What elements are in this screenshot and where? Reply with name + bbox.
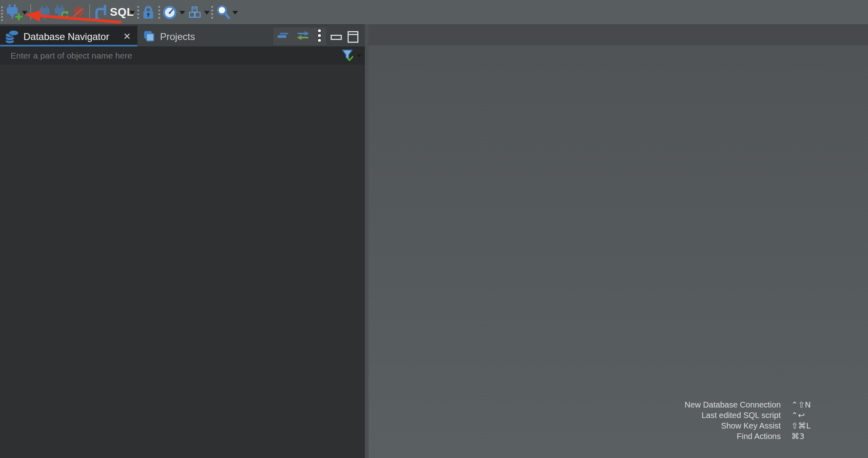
hint-row: New Database Connection ⌃⇧N xyxy=(615,400,825,410)
toolbar-separator xyxy=(211,6,213,19)
plugins-button[interactable] xyxy=(188,6,202,21)
panel-sash[interactable] xyxy=(365,24,369,458)
plug-icon xyxy=(38,6,51,20)
open-sql-editor-button[interactable]: SQL xyxy=(94,4,134,20)
disconnect-button xyxy=(71,5,85,21)
tab-database-navigator[interactable]: Database Navigator ✕ xyxy=(0,26,137,47)
plug-refresh-icon xyxy=(54,5,69,21)
hint-keys: ⇧⌘L xyxy=(791,421,825,431)
toolbar-separator xyxy=(137,6,139,19)
vertical-dots-icon xyxy=(317,29,322,43)
minimize-view-button[interactable] xyxy=(331,34,342,42)
collapse-all-button[interactable] xyxy=(277,33,289,40)
tab-label: Projects xyxy=(160,31,195,42)
hint-label: Show Key Assist xyxy=(615,421,781,431)
hint-keys: ⌃↩ xyxy=(791,410,825,420)
tab-label: Database Navigator xyxy=(23,31,109,42)
maximize-icon xyxy=(348,31,358,43)
left-view-tabstrip: Database Navigator ✕ Projects xyxy=(0,24,365,46)
database-navigator-tree[interactable] xyxy=(0,65,365,458)
new-connection-button[interactable] xyxy=(6,4,23,22)
hint-label: New Database Connection xyxy=(615,400,781,410)
new-connection-dropdown[interactable] xyxy=(22,11,27,15)
link-editor-icon xyxy=(297,31,310,40)
minimize-icon xyxy=(331,35,342,40)
main-toolbar: SQL xyxy=(0,0,868,24)
editor-area: New Database Connection ⌃⇧N Last edited … xyxy=(369,24,868,458)
sql-editor-dropdown[interactable] xyxy=(129,11,135,15)
connect-button xyxy=(38,6,51,22)
search-icon xyxy=(217,5,230,20)
toolbar-separator xyxy=(89,4,90,20)
object-filter-input[interactable] xyxy=(11,49,326,62)
boxes-icon xyxy=(188,6,202,19)
view-menu-button[interactable] xyxy=(317,29,322,44)
hint-row: Find Actions ⌘3 xyxy=(615,431,825,442)
sql-editor-icon xyxy=(94,4,108,20)
filter-settings-button[interactable] xyxy=(341,49,354,63)
hint-row: Show Key Assist ⇧⌘L xyxy=(615,421,825,431)
filter-dropdown[interactable] xyxy=(357,54,362,57)
editor-top-band xyxy=(369,24,868,45)
gauge-icon xyxy=(162,5,177,20)
projects-icon xyxy=(143,30,156,43)
plug-plus-icon xyxy=(6,4,23,21)
hint-label: Last edited SQL script xyxy=(615,411,781,420)
dbeaver-window: SQL xyxy=(0,0,868,458)
dashboard-dropdown[interactable] xyxy=(179,11,185,15)
close-tab-icon[interactable]: ✕ xyxy=(123,31,131,42)
search-button[interactable] xyxy=(217,5,230,21)
tab-projects[interactable]: Projects xyxy=(137,26,206,47)
collapse-all-icon xyxy=(277,33,289,38)
plugins-dropdown[interactable] xyxy=(204,11,210,15)
toolbar-separator xyxy=(158,6,160,19)
toolbar-drag-handle-icon[interactable] xyxy=(1,6,3,21)
hint-keys: ⌃⇧N xyxy=(791,400,825,410)
plug-slash-icon xyxy=(71,5,85,20)
search-dropdown[interactable] xyxy=(232,11,238,15)
view-toolbar xyxy=(273,27,326,45)
shortcut-hints: New Database Connection ⌃⇧N Last edited … xyxy=(615,400,825,442)
reconnect-button xyxy=(54,5,69,22)
maximize-view-button[interactable] xyxy=(348,31,358,44)
link-with-editor-button[interactable] xyxy=(297,31,310,42)
hint-keys: ⌘3 xyxy=(791,431,825,441)
funnel-check-icon xyxy=(341,49,354,62)
database-navigator-icon xyxy=(5,29,19,44)
hint-label: Find Actions xyxy=(615,432,781,441)
object-filter-bar xyxy=(0,46,365,65)
toolbar-separator xyxy=(30,4,31,20)
lock-button[interactable] xyxy=(142,5,154,21)
dashboard-button[interactable] xyxy=(162,5,177,21)
hint-row: Last edited SQL script ⌃↩ xyxy=(615,410,825,421)
lock-icon xyxy=(142,5,154,20)
